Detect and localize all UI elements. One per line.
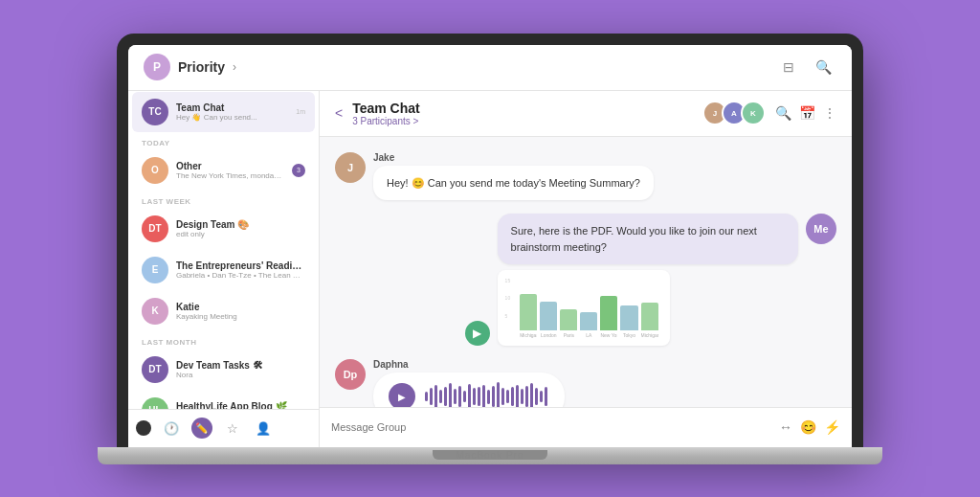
chat-time: 1m bbox=[296, 108, 305, 115]
message-avatar-daphna: Dp bbox=[335, 359, 366, 390]
chat-info: Design Team 🎨 edit only bbox=[176, 219, 305, 238]
emoji-icon[interactable]: 😊 bbox=[800, 419, 816, 435]
message-avatar-jake: J bbox=[335, 152, 366, 183]
message-content-jake: Jake Hey! 😊 Can you send me today's Meet… bbox=[373, 152, 654, 201]
chat-name: The Entrepreneurs' Reading L bbox=[176, 260, 305, 271]
chat-preview: Hey 👋 Can you send... bbox=[176, 113, 288, 122]
waveform-bar bbox=[545, 387, 547, 406]
waveform-bar bbox=[473, 388, 476, 405]
waveform-bar bbox=[454, 389, 457, 404]
chat-preview: Gabriela • Dan Te-Tze • The Lean Startup bbox=[176, 271, 305, 280]
chat-avatar: O bbox=[142, 157, 168, 184]
chat-preview: Kayaking Meeting bbox=[176, 312, 305, 321]
nav-clock[interactable]: 🕐 bbox=[161, 418, 182, 439]
play-button[interactable]: ▶ bbox=[389, 383, 415, 407]
filter-icon[interactable]: ⊟ bbox=[775, 54, 802, 80]
chart-y-axis: 15 10 5 bbox=[505, 278, 513, 330]
messages-area: J Jake Hey! 😊 Can you send me today's Me… bbox=[320, 137, 852, 407]
chat-header-icons: 🔍 📅 ⋮ bbox=[775, 105, 836, 121]
back-button[interactable]: < bbox=[335, 105, 343, 121]
sidebar-item-healthylife[interactable]: HL HealthyLife App Blog 🌿 Harrison, You,… bbox=[132, 391, 315, 409]
screen: P Priority › ⊟ 🔍 TC bbox=[128, 45, 852, 447]
chat-name: Katie bbox=[176, 302, 305, 312]
waveform-bar bbox=[482, 385, 485, 407]
sidebar-item-katie[interactable]: K Katie Kayaking Meeting bbox=[132, 291, 315, 331]
sidebar-item-design-team[interactable]: DT Design Team 🎨 edit only bbox=[132, 209, 315, 249]
message-sender: Jake bbox=[373, 152, 654, 163]
laptop-bezel: P Priority › ⊟ 🔍 TC bbox=[117, 34, 863, 447]
chart-label-4: LA bbox=[580, 332, 597, 338]
nav-user[interactable]: 👤 bbox=[253, 418, 274, 439]
chat-name: Design Team 🎨 bbox=[176, 219, 305, 230]
sidebar-item-entrepreneurs[interactable]: E The Entrepreneurs' Reading L Gabriela … bbox=[132, 250, 315, 290]
waveform-bar bbox=[434, 385, 437, 407]
app-container: P Priority › ⊟ 🔍 TC bbox=[128, 45, 852, 447]
nav-dot[interactable] bbox=[136, 420, 151, 436]
chart-bar-6 bbox=[620, 305, 637, 330]
waveform bbox=[425, 382, 549, 407]
waveform-bar bbox=[501, 388, 504, 405]
message-content-daphna: Daphna ▶ bbox=[373, 359, 565, 407]
chat-search-icon[interactable]: 🔍 bbox=[775, 105, 791, 121]
chat-preview: The New York Times, monday.com, Really G… bbox=[176, 171, 284, 180]
chat-area: < Team Chat 3 Participants > J A K bbox=[320, 91, 852, 447]
chart-bar-3 bbox=[560, 309, 577, 330]
message-row-jake: J Jake Hey! 😊 Can you send me today's Me… bbox=[335, 152, 836, 201]
macbook-label: MacBook Pro bbox=[456, 450, 523, 461]
waveform-bar bbox=[535, 388, 538, 405]
chat-info: Katie Kayaking Meeting bbox=[176, 302, 305, 321]
message-input[interactable] bbox=[331, 421, 771, 433]
nav-edit[interactable]: ✏️ bbox=[191, 418, 212, 439]
chat-info: Other The New York Times, monday.com, Re… bbox=[176, 161, 284, 180]
chat-preview: Nora bbox=[176, 371, 305, 379]
waveform-bar bbox=[425, 392, 428, 401]
chart-labels: Michigan London Paris LA New York Tokyo … bbox=[516, 330, 661, 338]
sidebar-item-dev-team[interactable]: DT Dev Team Tasks 🛠 Nora bbox=[132, 350, 315, 390]
chat-calendar-icon[interactable]: 📅 bbox=[799, 105, 815, 121]
chart-bar-7 bbox=[641, 303, 658, 330]
chat-avatar: E bbox=[142, 257, 168, 283]
section-last-month: LAST MONTH bbox=[128, 332, 319, 349]
message-sender-daphna: Daphna bbox=[373, 359, 565, 370]
waveform-bar bbox=[439, 390, 442, 403]
chart-label-1: Michigan bbox=[520, 332, 537, 338]
sidebar-list: TC Team Chat Hey 👋 Can you send... 1m TO… bbox=[128, 91, 319, 409]
chart-label-5: New York bbox=[600, 332, 617, 338]
nav-star[interactable]: ☆ bbox=[222, 418, 243, 439]
waveform-bar bbox=[506, 390, 509, 403]
waveform-bar bbox=[468, 384, 471, 407]
waveform-bar bbox=[521, 389, 523, 404]
chart-label-7: Michigan bbox=[641, 332, 658, 338]
chat-preview: edit only bbox=[176, 230, 305, 238]
sidebar-item-other[interactable]: O Other The New York Times, monday.com, … bbox=[132, 150, 315, 191]
app-avatar: P bbox=[144, 54, 170, 80]
section-today: TODAY bbox=[128, 133, 319, 149]
chat-subtitle[interactable]: 3 Participants > bbox=[352, 116, 699, 126]
chat-more-icon[interactable]: ⋮ bbox=[823, 105, 836, 121]
search-icon[interactable]: 🔍 bbox=[810, 54, 836, 80]
chat-avatar: DT bbox=[142, 215, 168, 242]
waveform-bar bbox=[516, 385, 519, 407]
expand-icon[interactable]: ↔ bbox=[779, 419, 792, 435]
app-title: Priority bbox=[178, 59, 225, 75]
chart-body: Michigan London Paris LA New York Tokyo … bbox=[516, 278, 661, 338]
chat-name: Team Chat bbox=[176, 102, 288, 113]
section-last-week: LAST WEEK bbox=[128, 192, 319, 208]
chart-label-3: Paris bbox=[560, 332, 577, 338]
lightning-icon[interactable]: ⚡ bbox=[824, 419, 840, 435]
chat-avatar: DT bbox=[142, 356, 168, 383]
chat-header: < Team Chat 3 Participants > J A K bbox=[320, 91, 852, 137]
message-avatar-outgoing: Me bbox=[806, 214, 836, 244]
sidebar: TC Team Chat Hey 👋 Can you send... 1m TO… bbox=[128, 91, 320, 447]
chart-wrapper: 15 10 5 bbox=[505, 278, 662, 338]
chat-header-info: Team Chat 3 Participants > bbox=[352, 101, 699, 126]
chart-label-2: London bbox=[540, 332, 557, 338]
voice-message: ▶ bbox=[373, 373, 565, 407]
chat-avatar: TC bbox=[142, 99, 168, 125]
waveform-bar bbox=[511, 387, 514, 406]
send-button[interactable]: ▶ bbox=[465, 321, 490, 346]
chart-label-6: Tokyo bbox=[620, 332, 637, 338]
waveform-bar bbox=[463, 391, 466, 402]
title-chevron: › bbox=[233, 60, 236, 74]
sidebar-item-team-chat[interactable]: TC Team Chat Hey 👋 Can you send... 1m bbox=[132, 92, 315, 132]
